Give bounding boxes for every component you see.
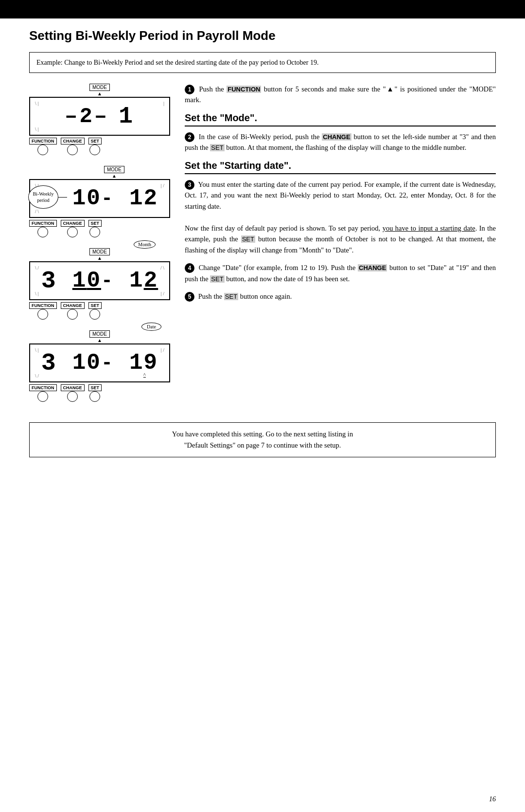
set-highlight-5: SET — [224, 293, 238, 300]
step-5: 5 Push the SET button once again. — [185, 291, 496, 302]
instructions-column: 1 Push the FUNCTION button for 5 seconds… — [185, 84, 496, 413]
display-digits-2: 3 10- 12 — [41, 185, 158, 213]
button-row-2: FUNCTION CHANGE SET — [29, 220, 170, 237]
mode-label-3: MODE — [89, 248, 110, 255]
set-highlight-2: SET — [210, 144, 224, 151]
display-digits-3: 3 10- 12 — [41, 267, 158, 295]
example-box: Example: Change to Bi-Weekly Period and … — [29, 52, 496, 73]
button-row-1: FUNCTION CHANGE SET — [29, 138, 170, 155]
display-screen-4: \ | | / 3 10- 19 ^ \ / — [29, 343, 170, 382]
set-button-4[interactable] — [89, 391, 100, 402]
page-title: Setting Bi-Weekly Period in Payroll Mode — [29, 28, 496, 43]
button-row-4: FUNCTION CHANGE SET — [29, 384, 170, 402]
mode-label-4: MODE — [89, 330, 110, 338]
date-callout: Date — [141, 323, 161, 331]
set-highlight-3: SET — [241, 235, 255, 243]
set-button-3[interactable] — [89, 309, 100, 320]
biweekly-callout: Bi-Weeklyperiod — [28, 185, 58, 209]
step-2: 2 In the case of Bi-Weekly period, push … — [185, 131, 496, 153]
function-button-3[interactable] — [37, 309, 48, 320]
mode-arrow-3: ▲ — [97, 255, 102, 261]
change-button-2[interactable] — [67, 227, 78, 237]
mode-arrow-1: ▲ — [97, 91, 102, 96]
change-button-4[interactable] — [67, 391, 78, 402]
function-button-1[interactable] — [37, 144, 48, 155]
mode-arrow-2: ▲ — [112, 173, 117, 179]
display-screen-3: \ / / \ 3 10- 12 \ | | / — [29, 261, 170, 300]
step-4: 4 Change "Date" (for example, from 12 to… — [185, 262, 496, 284]
set-button-1[interactable] — [89, 144, 100, 155]
set-mode-heading: Set the "Mode". — [185, 112, 496, 126]
diagram-4: Date MODE ▲ \ | | / 3 10- 19 ^ \ / F — [29, 330, 170, 402]
top-bar — [0, 0, 525, 18]
page-number: 16 — [489, 795, 496, 803]
change-button-3[interactable] — [67, 309, 78, 320]
button-row-3: FUNCTION CHANGE SET — [29, 302, 170, 320]
change-button-1[interactable] — [67, 144, 78, 155]
function-highlight-1: FUNCTION — [227, 86, 261, 93]
mode-arrow-4: ▲ — [97, 338, 102, 343]
set-button-2[interactable] — [89, 227, 100, 237]
change-highlight-2: CHANGE — [322, 133, 351, 141]
diagram-1: MODE ▲ \ | | –2– 1 \ | FUNCTION — [29, 84, 170, 155]
step-3: 3 You must enter the starting date of th… — [185, 179, 496, 255]
diagram-2: Bi-Weeklyperiod MODE ▲ \ | | / 3 10- 12 … — [29, 166, 170, 237]
set-starting-date-heading: Set the "Starting date". — [185, 160, 496, 174]
display-screen-1: \ | | –2– 1 \ | — [29, 97, 170, 136]
function-button-2[interactable] — [37, 227, 48, 237]
display-digits-4: 3 10- 19 — [41, 349, 158, 377]
mode-label-2: MODE — [104, 166, 124, 173]
diagrams-column: MODE ▲ \ | | –2– 1 \ | FUNCTION — [29, 84, 170, 413]
function-button-4[interactable] — [37, 391, 48, 402]
diagram-3: Month MODE ▲ \ / / \ 3 10- 12 \ | | / FU… — [29, 248, 170, 320]
step-1: 1 Push the FUNCTION button for 5 seconds… — [185, 84, 496, 106]
display-digits-1: –2– 1 — [65, 103, 135, 129]
bottom-box: You have completed this setting. Go to t… — [29, 422, 496, 457]
month-callout: Month — [134, 240, 156, 249]
change-highlight-4: CHANGE — [358, 264, 387, 271]
set-highlight-4: SET — [210, 275, 224, 283]
mode-label-1: MODE — [89, 84, 110, 91]
